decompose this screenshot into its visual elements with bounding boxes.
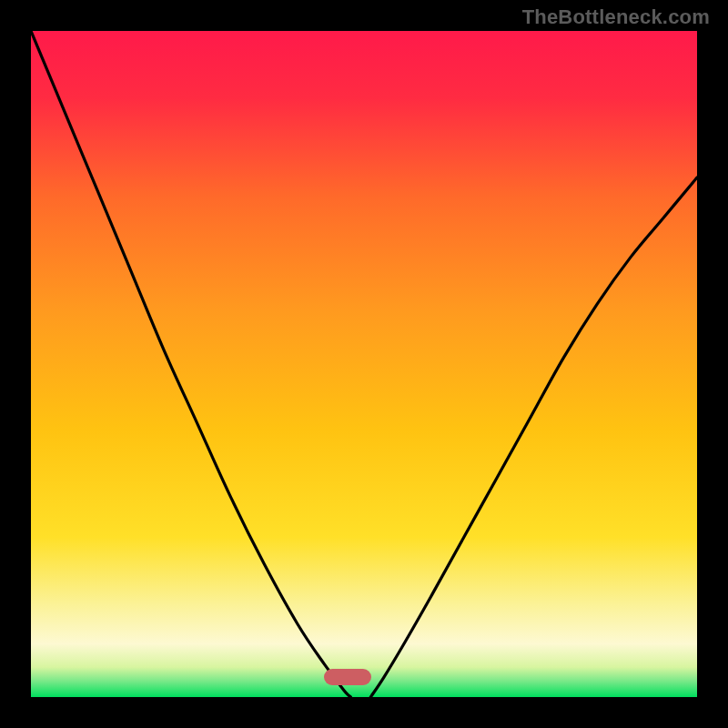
right-curve xyxy=(370,177,697,697)
watermark-text: TheBottleneck.com xyxy=(522,5,710,29)
bottleneck-marker xyxy=(324,669,371,685)
curves-layer xyxy=(31,31,697,697)
left-curve xyxy=(31,31,350,697)
chart-plot-area xyxy=(31,31,697,697)
